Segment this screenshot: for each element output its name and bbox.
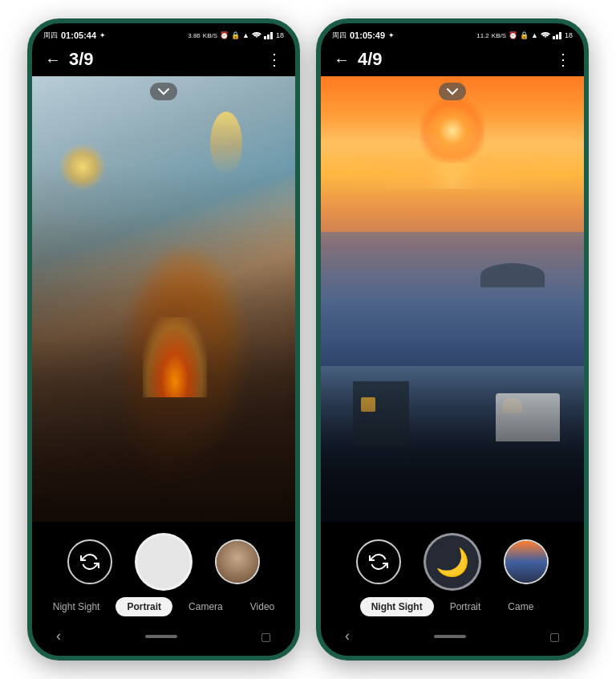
phone-1-screen: 周四 01:05:44 ✦ 3.86 KB/S ⏰ 🔒 ▲ 1 [32,23,295,656]
photo-sparklers [32,76,295,522]
thumb-image-1 [217,541,258,583]
mode-tab-camera-1[interactable]: Camera [177,597,234,616]
shutter-button-1[interactable] [135,533,192,591]
dropdown-hint-1[interactable] [150,83,177,100]
camera-controls-1: Night Sight Portrait Camera Video [32,522,295,623]
mode-tab-night-sight-1[interactable]: Night Sight [42,597,111,616]
status-bar-2: 周四 01:05:49 ✦ 11.2 KB/S ⏰ 🔒 ▲ 1 [321,23,584,46]
night-sight-shutter-2[interactable]: 🌙 [424,533,481,591]
camera-controls-2: 🌙 Night Sight Portrait Came [321,522,584,623]
cellular-icon-2 [553,28,562,43]
mode-tabs-1: Night Sight Portrait Camera Video [32,597,295,616]
bottom-nav-1: ‹ ▢ [32,623,295,656]
wifi-icon-1 [252,28,261,43]
water [321,232,584,366]
svg-rect-1 [267,35,270,39]
photo-area-1 [32,76,295,522]
dropdown-hint-2[interactable] [439,83,466,100]
lock-icon-2: 🔒 [520,31,529,39]
signal-icon-2: ▲ [531,31,538,39]
phone-2-screen: 周四 01:05:49 ✦ 11.2 KB/S ⏰ 🔒 ▲ 1 [321,23,584,656]
cellular-icon-1 [264,28,274,43]
moon-icon: 🌙 [436,548,469,575]
phone-1-frame: 周四 01:05:44 ✦ 3.86 KB/S ⏰ 🔒 ▲ 1 [27,18,300,661]
phone-2-frame: 周四 01:05:49 ✦ 11.2 KB/S ⏰ 🔒 ▲ 1 [316,18,589,661]
battery-2: 18 [565,31,573,39]
status-right-1: 3.86 KB/S ⏰ 🔒 ▲ 18 [188,28,284,43]
gallery-thumb-2[interactable] [504,539,549,584]
mode-tabs-2: Night Sight Portrait Came [351,597,555,616]
status-bar-1: 周四 01:05:44 ✦ 3.86 KB/S ⏰ 🔒 ▲ 1 [32,23,295,46]
star-icon-1: ✦ [99,31,106,39]
flip-camera-button-1[interactable] [67,539,112,584]
flip-camera-button-2[interactable] [356,539,401,584]
alarm-icon-1: ⏰ [220,31,229,39]
sparkler-center [143,317,207,397]
back-button-2[interactable]: ← [334,51,350,69]
nav-square-2[interactable]: ▢ [549,630,560,643]
camera-buttons-2: 🌙 [321,533,584,591]
top-bar-2: ← 4/9 ⋮ [321,46,584,76]
star-icon-2: ✦ [388,31,395,39]
mode-tab-video-1[interactable]: Video [239,597,286,616]
status-right-2: 11.2 KB/S ⏰ 🔒 ▲ 18 [476,28,573,43]
nav-line-2 [434,635,466,638]
gallery-thumb-1[interactable] [215,539,260,584]
sun-glow [420,99,484,163]
time-2: 01:05:49 [350,30,385,40]
svg-rect-4 [556,35,558,39]
nav-back-1[interactable]: ‹ [56,628,61,644]
network-speed-1: 3.86 [188,32,201,39]
nav-back-2[interactable]: ‹ [345,628,350,644]
mode-tab-portrait-2[interactable]: Portrait [439,597,492,616]
network-speed-2: 11.2 [476,32,489,39]
wifi-icon-2 [541,28,550,43]
foreground-dark [321,388,584,522]
mode-tab-portrait-1[interactable]: Portrait [116,597,172,616]
top-bar-1: ← 3/9 ⋮ [32,46,295,76]
svg-rect-2 [270,32,273,39]
page-counter-2: 4/9 [350,49,555,70]
more-button-2[interactable]: ⋮ [555,50,571,69]
phone-1: 周四 01:05:44 ✦ 3.86 KB/S ⏰ 🔒 ▲ 1 [27,18,300,661]
svg-rect-0 [264,36,266,39]
status-left-2: 周四 01:05:49 ✦ [332,30,395,41]
phone-2: 周四 01:05:49 ✦ 11.2 KB/S ⏰ 🔒 ▲ 1 [316,18,589,661]
signal-icon-1: ▲ [242,31,249,39]
svg-rect-5 [559,32,561,39]
photo-sunset [321,76,584,522]
bottom-nav-2: ‹ ▢ [321,623,584,656]
camera-buttons-1 [32,533,295,591]
back-button-1[interactable]: ← [45,51,61,69]
sparkle-1 [59,143,107,191]
status-left-1: 周四 01:05:44 ✦ [43,30,106,41]
time-1: 01:05:44 [61,30,96,40]
page-counter-1: 3/9 [61,49,266,70]
lock-icon-1: 🔒 [231,31,240,39]
thumb-image-2 [505,541,547,583]
mode-tab-camera-2[interactable]: Came [496,597,545,616]
mode-tab-night-sight-2[interactable]: Night Sight [360,597,434,616]
nav-line-1 [145,635,177,638]
svg-rect-3 [553,36,555,39]
day-label-1: 周四 [43,30,58,41]
nav-square-1[interactable]: ▢ [261,630,271,643]
more-button-1[interactable]: ⋮ [266,50,282,69]
alarm-icon-2: ⏰ [509,31,517,39]
photo-area-2 [321,76,584,522]
day-label-2: 周四 [332,30,346,41]
island [480,263,545,287]
battery-1: 18 [276,31,284,39]
